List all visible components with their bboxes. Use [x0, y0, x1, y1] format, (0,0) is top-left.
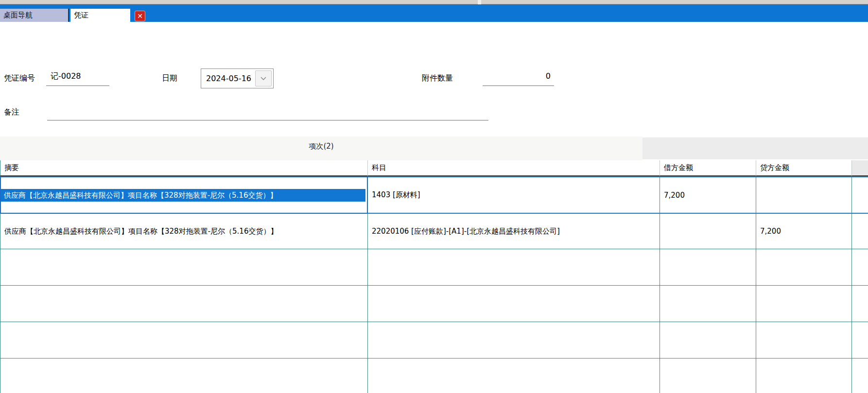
attachment-underline	[483, 85, 554, 86]
table-row-6-account-cell[interactable]	[368, 359, 660, 393]
table-row-1-credit-cell[interactable]	[756, 176, 852, 214]
items-count-title: 项次(2)	[0, 142, 642, 151]
table-row-3-extra-cell[interactable]	[852, 249, 868, 286]
table-row-4-credit-cell[interactable]	[756, 286, 852, 322]
selected-summary-text: 供应商【北京永越昌盛科技有限公司】项目名称【328对拖装置-尼尔（5.16交货）…	[1, 189, 365, 202]
attachment-count-label: 附件数量	[422, 73, 453, 84]
column-header-debit[interactable]: 借方金额	[660, 160, 756, 176]
table-row-1-account-cell[interactable]: 1403 [原材料]	[368, 176, 660, 214]
table-row-6-credit-cell[interactable]	[756, 359, 852, 393]
date-dropdown-button[interactable]	[255, 70, 272, 86]
column-header-summary[interactable]: 摘要	[0, 160, 368, 176]
table-row-4-debit-cell[interactable]	[660, 286, 756, 322]
close-tab-button[interactable]: ✕	[135, 11, 145, 21]
window-top-strip	[0, 0, 868, 4]
table-row-2-summary-cell[interactable]: 供应商【北京永越昌盛科技有限公司】项目名称【328对拖装置-尼尔（5.16交货）…	[0, 214, 368, 249]
voucher-no-value[interactable]: 记-0028	[51, 71, 81, 82]
table-row-4-account-cell[interactable]	[368, 286, 660, 322]
remark-label: 备注	[4, 107, 19, 118]
column-header-account[interactable]: 科目	[368, 160, 660, 176]
date-value: 2024-05-16	[206, 69, 251, 88]
table-row-2-account-cell[interactable]: 22020106 [应付账款]-[A1]-[北京永越昌盛科技有限公司]	[368, 214, 660, 249]
table-row-6-extra-cell[interactable]	[852, 359, 868, 393]
table-row-5-account-cell[interactable]	[368, 322, 660, 359]
table-row-4-summary-cell[interactable]	[0, 286, 368, 322]
tab-voucher[interactable]: 凭证	[70, 9, 130, 22]
entries-table: 摘要 科目 借方金额 贷方金额 供应商【北京永越昌盛科技有限公司】项目名称【32…	[0, 160, 868, 393]
table-row-4-extra-cell[interactable]	[852, 286, 868, 322]
splitter-handle[interactable]	[478, 0, 481, 4]
chevron-down-icon	[260, 77, 266, 80]
table-row-6-debit-cell[interactable]	[660, 359, 756, 393]
close-icon: ✕	[137, 12, 143, 20]
tab-bar: 桌面导航 凭证 ✕	[0, 4, 868, 22]
date-label: 日期	[162, 73, 177, 84]
table-row-2-credit-cell[interactable]: 7,200	[756, 214, 852, 249]
table-row-5-debit-cell[interactable]	[660, 322, 756, 359]
attachment-count-value[interactable]: 0	[483, 71, 551, 81]
date-combobox[interactable]: 2024-05-16	[201, 68, 274, 88]
voucher-no-underline	[46, 85, 109, 86]
column-header-extra	[852, 160, 868, 176]
table-row-5-credit-cell[interactable]	[756, 322, 852, 359]
voucher-no-label: 凭证编号	[4, 73, 35, 84]
table-row-6-summary-cell[interactable]	[0, 359, 368, 393]
items-band-right	[642, 137, 868, 159]
table-row-3-credit-cell[interactable]	[756, 249, 852, 286]
table-row-5-summary-cell[interactable]	[0, 322, 368, 359]
tab-desktop-navigation[interactable]: 桌面导航	[0, 9, 69, 22]
table-row-5-extra-cell[interactable]	[852, 322, 868, 359]
column-header-credit[interactable]: 贷方金额	[756, 160, 852, 176]
remark-underline	[47, 120, 488, 120]
voucher-window: 桌面导航 凭证 ✕ 凭证编号 记-0028 日期 2024-05-16 附件数量…	[0, 0, 868, 393]
table-row-1-summary-cell[interactable]: 供应商【北京永越昌盛科技有限公司】项目名称【328对拖装置-尼尔（5.16交货）…	[0, 176, 368, 214]
table-row-3-summary-cell[interactable]	[0, 249, 368, 286]
table-row-1-extra-cell[interactable]	[852, 176, 868, 214]
table-row-3-account-cell[interactable]	[368, 249, 660, 286]
table-row-2-debit-cell[interactable]	[660, 214, 756, 249]
table-row-3-debit-cell[interactable]	[660, 249, 756, 286]
table-row-2-extra-cell[interactable]	[852, 214, 868, 249]
table-row-1-debit-cell[interactable]: 7,200	[660, 176, 756, 214]
